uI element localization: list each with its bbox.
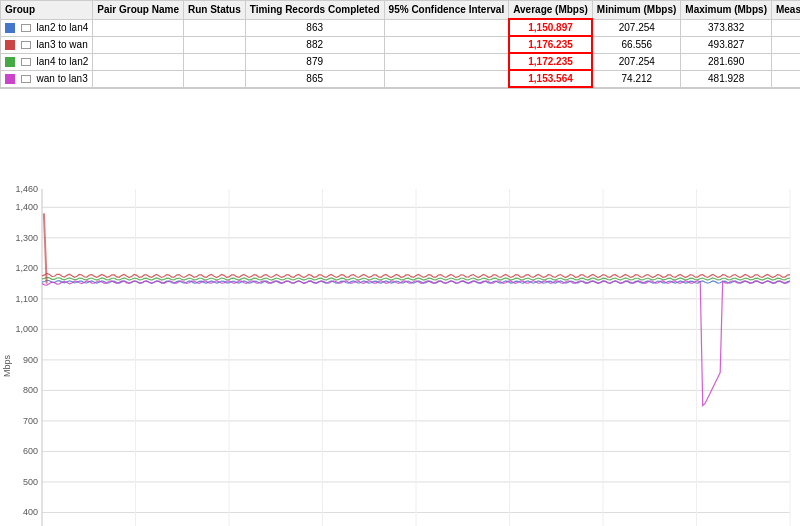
cell-average: 1,176.235 <box>509 36 593 53</box>
cell-pairname <box>93 53 184 70</box>
svg-text:1,000: 1,000 <box>15 324 38 334</box>
cell-runstatus <box>183 19 245 36</box>
header-maximum: Maximum (Mbps) <box>681 1 772 20</box>
cell-confidence <box>384 19 509 36</box>
cell-measured <box>771 36 800 53</box>
svg-text:400: 400 <box>23 507 38 517</box>
cell-confidence <box>384 70 509 87</box>
svg-text:1,200: 1,200 <box>15 263 38 273</box>
cell-confidence <box>384 36 509 53</box>
cell-average: 1,150.897 <box>509 19 593 36</box>
header-minimum: Minimum (Mbps) <box>592 1 680 20</box>
cell-timing: 879 <box>245 53 384 70</box>
svg-text:Mbps: Mbps <box>2 355 12 378</box>
cell-pairname <box>93 36 184 53</box>
cell-group: wan to lan3 <box>1 70 93 87</box>
chart-svg: 1,4001,3001,2001,1001,000900800700600500… <box>0 89 800 526</box>
cell-measured <box>771 19 800 36</box>
header-measured: Measured Time (sec) <box>771 1 800 20</box>
cell-runstatus <box>183 36 245 53</box>
cell-max: 493.827 <box>681 36 772 53</box>
cell-min: 207.254 <box>592 53 680 70</box>
cell-average: 1,153.564 <box>509 70 593 87</box>
svg-text:600: 600 <box>23 446 38 456</box>
svg-text:1,460: 1,460 <box>15 184 38 194</box>
cell-timing: 865 <box>245 70 384 87</box>
cell-group: lan2 to lan4 <box>1 19 93 36</box>
header-pairname: Pair Group Name <box>93 1 184 20</box>
table-row: wan to lan3 865 1,153.564 74.212 481.928 <box>1 70 801 87</box>
cell-max: 373.832 <box>681 19 772 36</box>
cell-max: 281.690 <box>681 53 772 70</box>
cell-confidence <box>384 53 509 70</box>
cell-group: lan4 to lan2 <box>1 53 93 70</box>
table-row: lan2 to lan4 863 1,150.897 207.254 373.8… <box>1 19 801 36</box>
cell-runstatus <box>183 53 245 70</box>
header-timing: Timing Records Completed <box>245 1 384 20</box>
results-table: Group Pair Group Name Run Status Timing … <box>0 0 800 88</box>
svg-text:900: 900 <box>23 355 38 365</box>
svg-text:1,100: 1,100 <box>15 294 38 304</box>
header-confidence: 95% Confidence Interval <box>384 1 509 20</box>
cell-pairname <box>93 19 184 36</box>
cell-pairname <box>93 70 184 87</box>
cell-average: 1,172.235 <box>509 53 593 70</box>
header-group: Group <box>1 1 93 20</box>
table-row: lan3 to wan 882 1,176.235 66.556 493.827 <box>1 36 801 53</box>
cell-min: 66.556 <box>592 36 680 53</box>
cell-timing: 863 <box>245 19 384 36</box>
svg-text:1,300: 1,300 <box>15 233 38 243</box>
svg-text:500: 500 <box>23 477 38 487</box>
svg-text:1,400: 1,400 <box>15 202 38 212</box>
cell-min: 74.212 <box>592 70 680 87</box>
cell-min: 207.254 <box>592 19 680 36</box>
cell-max: 481.928 <box>681 70 772 87</box>
chart-container: Throughput lan2 to lan4lan3 to wanlan4 t… <box>0 88 800 526</box>
cell-measured <box>771 70 800 87</box>
cell-group: lan3 to wan <box>1 36 93 53</box>
header-average: Average (Mbps) <box>509 1 593 20</box>
cell-timing: 882 <box>245 36 384 53</box>
header-runstatus: Run Status <box>183 1 245 20</box>
svg-text:700: 700 <box>23 416 38 426</box>
svg-text:800: 800 <box>23 385 38 395</box>
cell-runstatus <box>183 70 245 87</box>
table-row: lan4 to lan2 879 1,172.235 207.254 281.6… <box>1 53 801 70</box>
cell-measured <box>771 53 800 70</box>
svg-rect-0 <box>0 89 800 526</box>
